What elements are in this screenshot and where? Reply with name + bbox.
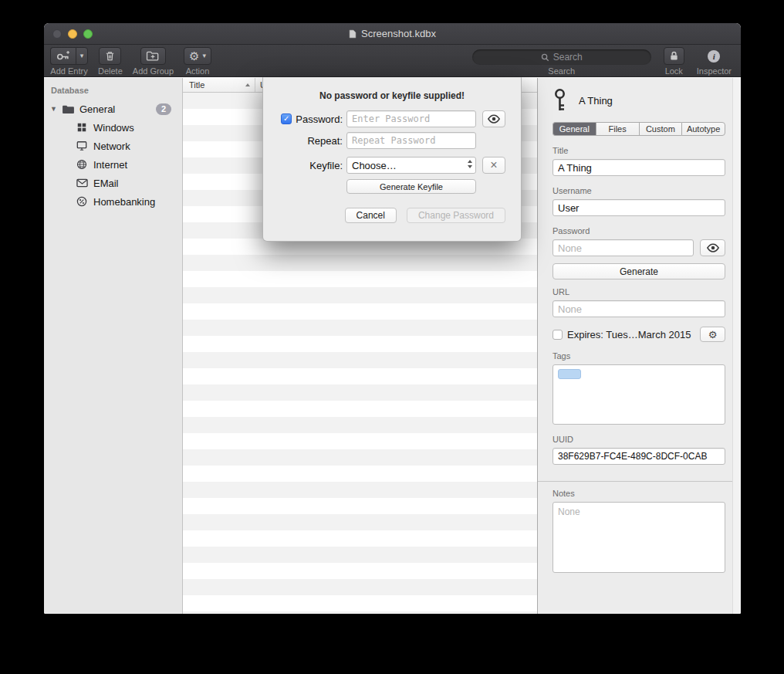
add-group-label: Add Group (133, 66, 174, 76)
folder-plus-icon (146, 50, 161, 62)
url-field[interactable] (553, 300, 725, 317)
action-button[interactable]: ⚙ ▾ (184, 47, 211, 65)
lock-button[interactable] (664, 47, 684, 65)
username-field[interactable] (553, 199, 725, 216)
lock-icon (669, 50, 679, 62)
add-entry-dropdown-button[interactable]: ▾ (76, 47, 88, 65)
tags-field[interactable] (553, 364, 725, 425)
generate-keyfile-button[interactable]: Generate Keyfile (346, 179, 476, 194)
delete-button[interactable] (99, 47, 121, 65)
trash-icon (104, 50, 116, 62)
sidebar-header: Database (44, 84, 182, 100)
change-password-button[interactable]: Change Password (407, 208, 505, 223)
sidebar-item-email[interactable]: EMail (44, 174, 182, 192)
uuid-label: UUID (553, 435, 725, 444)
title-field-label: Title (553, 146, 725, 155)
sort-ascending-icon (245, 83, 250, 86)
title-bar: Screenshot.kdbx (44, 23, 741, 45)
close-x-icon: × (490, 159, 497, 171)
search-placeholder: Search (553, 52, 583, 63)
sidebar-item-label: Network (93, 141, 130, 152)
expires-checkbox[interactable] (553, 330, 563, 340)
inspector-tabs: General Files Custom Autotype (553, 122, 725, 136)
sidebar-item-internet[interactable]: Internet (44, 155, 182, 174)
document-icon (349, 29, 357, 39)
key-plus-icon (56, 50, 71, 62)
reveal-password-button[interactable] (482, 110, 505, 127)
username-field-label: Username (553, 186, 725, 195)
window-controls (52, 29, 93, 39)
password-checkbox[interactable]: ✓ (281, 113, 292, 124)
password-label: Password: (296, 113, 343, 125)
sidebar-item-label: General (79, 103, 115, 115)
generate-password-button[interactable]: Generate (553, 263, 725, 279)
folder-icon (61, 103, 75, 115)
column-header-title[interactable]: Title (183, 78, 255, 92)
window-title: Screenshot.kdbx (361, 28, 436, 39)
tab-general[interactable]: General (553, 122, 596, 136)
keyfile-label: Keyfile: (309, 160, 343, 171)
sidebar-item-label: EMail (93, 178, 119, 189)
delete-label: Delete (98, 66, 123, 76)
add-group-button[interactable] (140, 47, 166, 65)
sidebar-item-label: Windows (93, 122, 134, 134)
key-icon (553, 88, 567, 113)
toolbar: ▾ Add Entry Delete (44, 45, 741, 77)
sidebar-item-network[interactable]: Network (44, 137, 182, 155)
password-field[interactable] (553, 239, 694, 256)
cancel-button[interactable]: Cancel (345, 208, 397, 223)
password-field-label: Password (553, 226, 725, 235)
expires-label: Expires: Tues…March 2015 (567, 329, 697, 340)
close-button[interactable] (52, 29, 62, 39)
search-icon (541, 53, 549, 62)
tab-custom[interactable]: Custom (639, 122, 682, 136)
inspector-scrollbar[interactable] (732, 78, 741, 614)
sidebar-item-homebanking[interactable]: Homebanking (44, 192, 182, 211)
sidebar-item-general[interactable]: ▼ General 2 (44, 100, 182, 118)
entry-count-badge: 2 (156, 103, 171, 115)
clear-keyfile-button[interactable]: × (482, 157, 505, 174)
sidebar: Database ▼ General 2 Windows (44, 78, 183, 614)
tags-label: Tags (553, 351, 725, 361)
title-field[interactable] (553, 159, 725, 176)
inspector-label: Inspector (697, 66, 732, 76)
disclosure-triangle-icon[interactable]: ▼ (50, 105, 61, 113)
search-input[interactable]: Search (472, 49, 651, 65)
inspector-panel: A Thing General Files Custom Autotype Ti… (537, 78, 741, 614)
globe-icon (75, 158, 89, 171)
expires-settings-button[interactable]: ⚙ (700, 327, 725, 342)
uuid-field[interactable] (553, 448, 725, 465)
notes-field[interactable] (553, 502, 725, 573)
chevron-down-icon: ▾ (202, 52, 206, 59)
add-entry-button[interactable] (50, 47, 76, 65)
reveal-password-button[interactable] (700, 239, 725, 256)
eye-icon (487, 114, 501, 124)
windows-grid-icon (75, 121, 89, 134)
inspector-button[interactable]: i (708, 47, 720, 65)
sidebar-item-label: Internet (93, 159, 127, 171)
repeat-password-input[interactable] (346, 132, 476, 149)
divider (538, 481, 741, 482)
zoom-button[interactable] (83, 29, 93, 39)
search-label: Search (548, 66, 575, 76)
repeat-label: Repeat: (307, 135, 343, 147)
entry-title: A Thing (579, 95, 613, 107)
app-window: Screenshot.kdbx ▾ Add (44, 23, 741, 614)
minimize-button[interactable] (68, 29, 77, 39)
sheet-message: No password or keyfile supplied! (263, 90, 521, 101)
add-entry-label: Add Entry (50, 66, 87, 76)
eye-icon (706, 243, 720, 252)
notes-label: Notes (553, 489, 725, 498)
keyfile-select[interactable]: Choose… (346, 157, 476, 174)
password-input[interactable] (346, 110, 476, 127)
info-icon: i (708, 50, 720, 63)
sidebar-item-windows[interactable]: Windows (44, 118, 182, 137)
chevron-down-icon: ▾ (80, 52, 84, 59)
sidebar-item-label: Homebanking (93, 196, 155, 208)
tab-autotype[interactable]: Autotype (681, 122, 725, 136)
tag-pill[interactable] (558, 369, 581, 379)
envelope-icon (75, 177, 89, 189)
tab-files[interactable]: Files (596, 122, 639, 136)
gear-icon: ⚙ (708, 330, 718, 340)
url-field-label: URL (553, 287, 725, 296)
